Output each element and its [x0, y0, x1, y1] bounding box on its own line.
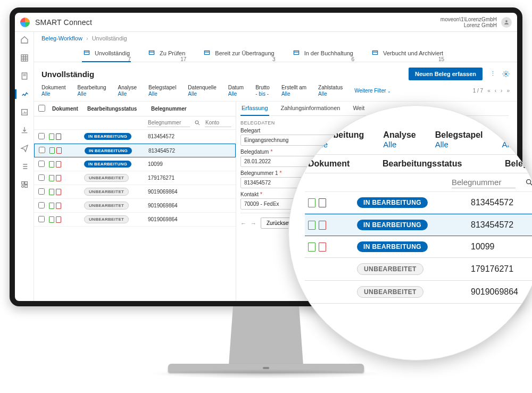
- doc-icon: [49, 216, 54, 223]
- new-document-button[interactable]: Neuen Beleg erfassen: [409, 68, 483, 80]
- breadcrumb-root[interactable]: Beleg-Workflow: [41, 35, 82, 41]
- row-checkbox[interactable]: [39, 147, 45, 153]
- doc-icon: [56, 189, 61, 195]
- zoom-filter-col[interactable]: AnalyseAlle: [383, 130, 415, 149]
- doc-icon: [56, 161, 61, 168]
- belegdatum-label: Belegdatum: [240, 149, 269, 155]
- more-filters[interactable]: Weitere Filter ⌄: [354, 88, 391, 94]
- row-checkbox[interactable]: [38, 202, 45, 208]
- row-checkbox[interactable]: [38, 174, 45, 181]
- doc-icon: [308, 198, 315, 207]
- sidebar: [15, 32, 34, 301]
- row-checkbox[interactable]: [38, 133, 45, 139]
- filter[interactable]: ZahlstatusAlle: [318, 85, 343, 97]
- zoom-row[interactable]: UNBEARBEITET9019069864: [305, 281, 532, 304]
- avatar-icon[interactable]: [501, 17, 512, 28]
- belegnummer-cell: 10099: [148, 161, 231, 167]
- zoom-row[interactable]: UNBEARBEITET179176271: [305, 258, 532, 281]
- select-all-checkbox[interactable]: [38, 105, 45, 112]
- status-badge: UNBEARBEITET: [84, 188, 129, 196]
- workflow-tab[interactable]: Bereit zur Übertragung3: [202, 46, 275, 62]
- filter[interactable]: DatumAlle: [228, 85, 244, 97]
- last-page-icon[interactable]: »: [506, 88, 510, 94]
- belegnummer-cell: 813454572: [148, 148, 231, 154]
- table-row[interactable]: UNBEARBEITET9019069864: [34, 199, 236, 213]
- zoom-row[interactable]: IN BEARBEITUNG813454572: [305, 192, 532, 214]
- monitor-shadow: [149, 369, 383, 379]
- row-checkbox[interactable]: [38, 216, 45, 222]
- detail-tab[interactable]: Zahlungsinformationen: [280, 102, 342, 115]
- svg-rect-7: [24, 185, 27, 188]
- app-title: SMART Connect: [35, 18, 92, 27]
- file-icon[interactable]: [20, 71, 29, 81]
- doc-icon: [319, 243, 326, 252]
- doc-icon: [319, 198, 326, 207]
- top-bar: SMART Connect moveon\1\LorenzGmbH Lorenz…: [15, 13, 517, 32]
- filter[interactable]: AnalyseAlle: [118, 85, 137, 97]
- svg-rect-8: [84, 51, 89, 55]
- table-row[interactable]: IN BEARBEITUNG10099: [34, 157, 236, 171]
- filter[interactable]: DokumentAlle: [41, 85, 66, 97]
- gear-icon[interactable]: [502, 70, 510, 78]
- workflow-tab[interactable]: In der Buchhaltung6: [292, 46, 354, 62]
- doc-icon: [49, 175, 54, 181]
- table-row[interactable]: IN BEARBEITUNG813454572: [34, 130, 236, 144]
- belegnummer-filter-input[interactable]: [147, 119, 190, 127]
- svg-rect-4: [21, 182, 24, 185]
- table-row[interactable]: IN BEARBEITUNG813454572: [34, 144, 236, 157]
- prev-page-icon[interactable]: ‹: [495, 88, 496, 94]
- doc-icon: [49, 133, 54, 140]
- zoom-filter-col[interactable]: BelegstapelAlle: [435, 130, 483, 149]
- filter[interactable]: DatenquelleAlle: [188, 85, 216, 97]
- first-page-icon[interactable]: «: [487, 88, 491, 94]
- workflow-tab[interactable]: Unvollständig7: [82, 46, 131, 62]
- user-area[interactable]: moveon\1\LorenzGmbH Lorenz GmbH: [440, 16, 512, 28]
- filter[interactable]: BearbeitungAlle: [78, 85, 106, 97]
- belegnummer-cell: 179176271: [471, 264, 532, 274]
- zoom-row[interactable]: IN BEARBEITUNG813454572: [305, 214, 532, 236]
- status-badge: UNBEARBEITET: [84, 215, 129, 223]
- workflow-tab[interactable]: Zu Prüfen17: [147, 46, 186, 62]
- workflow-tab[interactable]: Verbucht und Archiviert15: [370, 46, 444, 62]
- row-checkbox[interactable]: [38, 188, 45, 195]
- table-row[interactable]: UNBEARBEITET179176271: [34, 171, 236, 185]
- svg-point-15: [527, 180, 531, 184]
- detail-tab[interactable]: Erfassung: [240, 102, 269, 115]
- table-row[interactable]: UNBEARBEITET9019069864: [34, 185, 236, 199]
- list-icon[interactable]: [20, 162, 29, 171]
- next-page-icon[interactable]: ›: [501, 88, 502, 94]
- konto-filter-input[interactable]: [205, 119, 231, 127]
- filter[interactable]: BelegstapelAlle: [148, 85, 176, 97]
- table-row[interactable]: UNBEARBEITET9019069864: [34, 213, 236, 227]
- next-record-icon[interactable]: →: [251, 220, 256, 227]
- search-icon[interactable]: [194, 120, 201, 126]
- grid-icon[interactable]: [20, 53, 29, 63]
- row-checkbox[interactable]: [38, 161, 45, 167]
- report-icon[interactable]: [20, 107, 29, 117]
- doc-icon: [56, 175, 61, 181]
- send-icon[interactable]: [20, 144, 29, 153]
- zoom-belegnummer-filter[interactable]: [452, 177, 516, 188]
- home-icon[interactable]: [20, 35, 29, 45]
- workflow-icon[interactable]: [15, 89, 34, 99]
- col-belegnummer[interactable]: Belegnummer: [151, 106, 231, 112]
- col-status[interactable]: Bearbeitungsstatus: [87, 106, 147, 112]
- col-dokument[interactable]: Dokument: [52, 106, 83, 112]
- filter[interactable]: Brutto- bis -: [255, 85, 270, 97]
- download-icon[interactable]: [20, 126, 29, 135]
- svg-rect-1: [21, 55, 28, 61]
- zoom-detail-overlay: BearbeitungAlleAnalyseAlleBelegstapelAll…: [288, 105, 532, 361]
- filter-bar: DokumentAlleBearbeitungAlleAnalyseAlleBe…: [34, 83, 517, 102]
- more-icon[interactable]: ⋮: [490, 70, 496, 78]
- settings-icon[interactable]: [20, 180, 29, 189]
- filter[interactable]: Erstellt amAlle: [281, 85, 306, 97]
- svg-rect-12: [372, 51, 377, 55]
- zoom-search-icon[interactable]: [525, 178, 532, 187]
- zoom-row[interactable]: IN BEARBEITUNG10099: [305, 236, 532, 258]
- doc-icon: [56, 133, 61, 140]
- svg-rect-10: [205, 51, 210, 55]
- zoom-col-dokument: Dokument: [308, 159, 356, 169]
- prev-record-icon[interactable]: ←: [240, 220, 246, 227]
- doc-icon: [56, 147, 62, 154]
- detail-tab[interactable]: Weit: [352, 102, 365, 115]
